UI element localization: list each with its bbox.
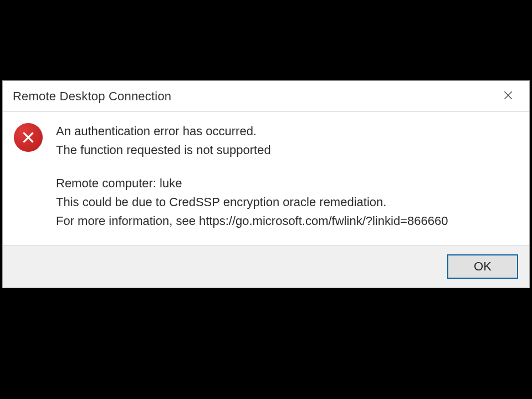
ok-button-label: OK [474, 259, 492, 274]
error-dialog: Remote Desktop Connection An authenticat… [2, 80, 530, 288]
spacer [56, 160, 518, 174]
ok-button[interactable]: OK [447, 254, 518, 279]
icon-column [14, 122, 50, 152]
message-line-2: The function requested is not supported [56, 141, 518, 160]
message-line-5: For more information, see https://go.mic… [56, 212, 518, 231]
message-line-3: Remote computer: luke [56, 174, 518, 193]
dialog-title: Remote Desktop Connection [13, 89, 171, 104]
message-line-4: This could be due to CredSSP encryption … [56, 193, 518, 212]
dialog-footer: OK [3, 245, 529, 288]
close-icon [503, 90, 514, 103]
dialog-body: An authentication error has occurred. Th… [3, 112, 529, 245]
titlebar: Remote Desktop Connection [3, 81, 529, 112]
message-line-1: An authentication error has occurred. [56, 122, 518, 141]
message-column: An authentication error has occurred. Th… [50, 122, 518, 231]
error-icon [14, 123, 43, 152]
close-button[interactable] [496, 85, 520, 108]
